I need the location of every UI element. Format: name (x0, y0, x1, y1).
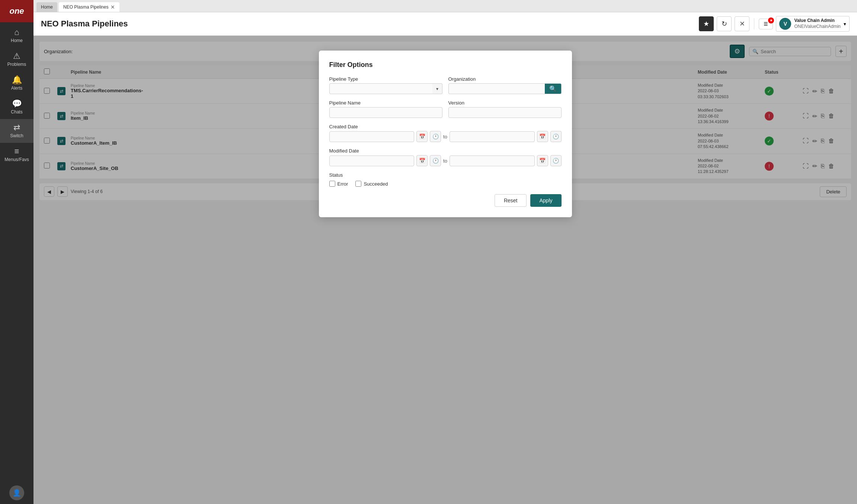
tab-home[interactable]: Home (36, 2, 57, 12)
home-icon: ⌂ (14, 28, 19, 36)
created-date-to-text: to (443, 134, 447, 139)
created-date-row: 📅 🕐 to 📅 🕐 (329, 131, 562, 142)
sidebar-bottom: 👤 (0, 485, 33, 504)
succeeded-checkbox[interactable] (355, 181, 361, 187)
sidebar-item-label: Problems (7, 62, 26, 67)
modified-date-row: 📅 🕐 to 📅 🕐 (329, 155, 562, 166)
tab-home-label: Home (41, 4, 53, 10)
modified-date-filter-label: Modified Date (329, 148, 562, 154)
modified-date-to-input[interactable] (450, 155, 535, 166)
sidebar: one ⌂ Home ⚠ Problems 🔔 Alerts 💬 Chats ⇄… (0, 0, 33, 504)
status-checkboxes: Error Succeeded (329, 181, 562, 187)
version-label: Version (448, 100, 562, 106)
modified-date-to-text: to (443, 158, 447, 164)
created-date-from-calendar-button[interactable]: 📅 (416, 131, 428, 142)
menus-icon: ≡ (15, 147, 19, 155)
status-filter-label: Status (329, 172, 562, 178)
organization-search-button[interactable]: 🔍 (545, 83, 562, 94)
sidebar-item-switch[interactable]: ⇄ Switch (0, 119, 33, 143)
pipeline-name-group: Pipeline Name (329, 100, 442, 118)
modified-date-filter-group: Modified Date 📅 🕐 to 📅 🕐 (329, 148, 562, 166)
user-text: Value Chain Admin ONEIValueChainAdmin (794, 18, 841, 29)
header-divider (754, 18, 754, 29)
tab-close-icon[interactable]: ✕ (111, 4, 115, 10)
apply-button[interactable]: Apply (530, 194, 561, 207)
sidebar-item-label: Chats (11, 109, 22, 115)
form-row-1: Pipeline Type ▾ Organization 🔍 (329, 76, 562, 94)
version-group: Version (448, 100, 562, 118)
reset-button[interactable]: Reset (495, 194, 527, 207)
sidebar-item-problems[interactable]: ⚠ Problems (0, 48, 33, 71)
form-row-2: Pipeline Name Version (329, 100, 562, 118)
error-checkbox-item[interactable]: Error (329, 181, 348, 187)
created-date-group: Created Date 📅 🕐 to 📅 🕐 (329, 124, 562, 142)
created-date-to-input[interactable] (450, 131, 535, 142)
pipeline-type-input-group: ▾ (329, 83, 442, 94)
menu-button[interactable]: ☰ ★ (759, 19, 773, 29)
pipeline-type-input[interactable] (329, 83, 432, 94)
modified-date-from-time-button[interactable]: 🕐 (430, 155, 441, 166)
created-date-from-time-button[interactable]: 🕐 (430, 131, 441, 142)
main-area: Home NEO Plasma Pipelines ✕ NEO Plasma P… (33, 0, 857, 504)
pipeline-name-filter-label: Pipeline Name (329, 100, 442, 106)
sidebar-item-chats[interactable]: 💬 Chats (0, 95, 33, 119)
page-header: NEO Plasma Pipelines ★ ↻ ✕ ☰ ★ V Value (33, 12, 857, 36)
modified-date-to-calendar-button[interactable]: 📅 (537, 155, 548, 166)
page-title: NEO Plasma Pipelines (41, 19, 694, 29)
sidebar-item-label: Menus/Favs (4, 157, 29, 162)
created-date-from-input[interactable] (329, 131, 415, 142)
pipeline-type-dropdown-button[interactable]: ▾ (432, 83, 442, 94)
refresh-icon: ↻ (722, 20, 727, 28)
modal-footer: Reset Apply (329, 194, 562, 207)
menu-icon: ☰ (764, 21, 768, 27)
user-avatar: V (779, 18, 791, 30)
version-input[interactable] (448, 107, 562, 118)
header-actions: ★ ↻ ✕ ☰ ★ V Value Chain Admin ONEIValueC… (699, 16, 850, 32)
created-date-to-time-button[interactable]: 🕐 (550, 131, 562, 142)
tab-neo-plasma[interactable]: NEO Plasma Pipelines ✕ (59, 2, 119, 12)
succeeded-checkbox-item[interactable]: Succeeded (355, 181, 388, 187)
sidebar-item-alerts[interactable]: 🔔 Alerts (0, 71, 33, 95)
warning-icon: ⚠ (13, 52, 20, 60)
modified-date-from-input[interactable] (329, 155, 415, 166)
sidebar-item-home[interactable]: ⌂ Home (0, 24, 33, 48)
modal-overlay: Filter Options Pipeline Type ▾ Organizat… (33, 36, 857, 504)
switch-icon: ⇄ (13, 123, 20, 132)
organization-input-group: 🔍 (448, 83, 562, 94)
sidebar-item-menus[interactable]: ≡ Menus/Favs (0, 143, 33, 167)
organization-group: Organization 🔍 (448, 76, 562, 94)
created-date-label: Created Date (329, 124, 562, 129)
pipeline-type-label: Pipeline Type (329, 76, 442, 82)
close-button[interactable]: ✕ (735, 16, 749, 31)
app-logo[interactable]: one (0, 0, 33, 22)
star-button[interactable]: ★ (699, 16, 714, 31)
modified-date-to-time-button[interactable]: 🕐 (550, 155, 562, 166)
organization-input[interactable] (448, 83, 545, 94)
modified-date-from-calendar-button[interactable]: 📅 (416, 155, 428, 166)
error-checkbox[interactable] (329, 181, 335, 187)
user-name: Value Chain Admin (794, 18, 841, 24)
star-icon: ★ (703, 20, 709, 28)
user-info[interactable]: V Value Chain Admin ONEIValueChainAdmin … (776, 16, 850, 32)
created-date-to-calendar-button[interactable]: 📅 (537, 131, 548, 142)
error-label: Error (338, 181, 348, 187)
avatar-icon: 👤 (13, 489, 21, 497)
refresh-button[interactable]: ↻ (717, 16, 732, 31)
chat-icon: 💬 (12, 100, 22, 108)
succeeded-label: Succeeded (364, 181, 388, 187)
close-icon: ✕ (739, 20, 745, 28)
content-area: Organization: ⚙ 🔍 + Pipeline Name (33, 36, 857, 504)
organization-label: Organization (448, 76, 562, 82)
sidebar-user-avatar[interactable]: 👤 (9, 485, 24, 500)
tab-neo-plasma-label: NEO Plasma Pipelines (63, 4, 108, 10)
user-username: ONEIValueChainAdmin (794, 24, 841, 30)
notification-badge: ★ (768, 17, 774, 23)
user-dropdown-icon: ▾ (844, 21, 846, 27)
modal-title: Filter Options (329, 61, 562, 69)
sidebar-item-label: Switch (10, 133, 23, 138)
status-filter-group: Status Error Succeeded (329, 172, 562, 187)
sidebar-item-label: Alerts (11, 86, 23, 91)
sidebar-item-label: Home (11, 38, 23, 43)
pipeline-name-filter-input[interactable] (329, 107, 442, 118)
tab-bar: Home NEO Plasma Pipelines ✕ (33, 0, 857, 12)
